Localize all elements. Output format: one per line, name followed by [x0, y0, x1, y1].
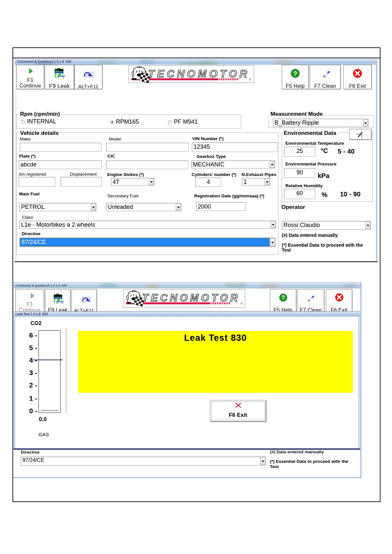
svg-text:?: ?	[281, 294, 285, 301]
svg-text:?: ?	[293, 70, 297, 77]
svg-text:GAS: GAS	[56, 70, 59, 71]
